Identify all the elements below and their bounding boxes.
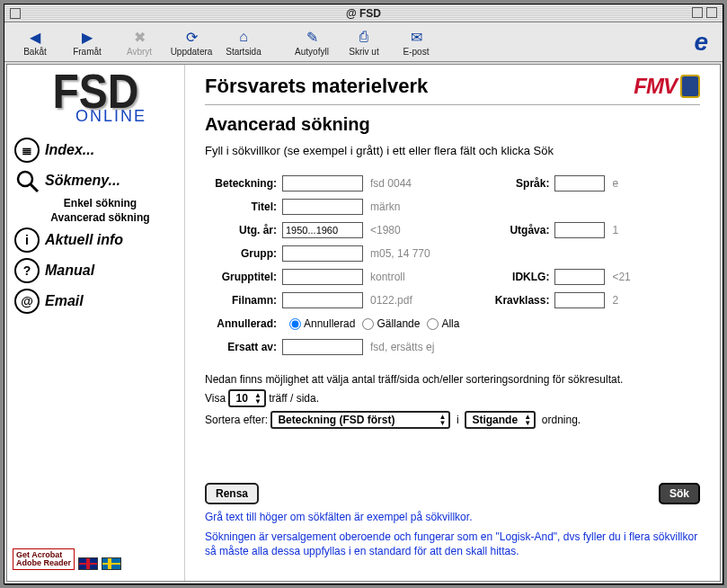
window-title: @ FSD <box>4 7 723 20</box>
input-beteckning[interactable] <box>282 175 363 192</box>
back-button[interactable]: ◀ Bakåt <box>12 27 58 57</box>
back-label: Bakåt <box>23 47 47 57</box>
search-form: Beteckning: fsd 0044 Titel: märkn Utg. å… <box>205 174 700 361</box>
print-button[interactable]: ⎙ Skriv ut <box>341 27 387 57</box>
label-kravklass: Kravklass: <box>486 294 554 307</box>
window-zoom-box[interactable] <box>692 7 703 18</box>
select-arrows-icon: ▲▼ <box>524 414 531 426</box>
refresh-label: Uppdatera <box>171 47 213 57</box>
input-utg-ar[interactable] <box>282 222 363 238</box>
refresh-icon: ⟳ <box>182 27 201 47</box>
logo-fsd: FSD <box>53 70 139 113</box>
select-arrows-icon: ▲▼ <box>254 392 262 405</box>
question-icon: ? <box>14 258 40 283</box>
hint-beteckning: fsd 0044 <box>363 177 412 190</box>
footnote-2: Sökningen är versalgement oberoende och … <box>205 530 700 558</box>
hint-kravklass: 2 <box>605 294 618 307</box>
hint-filnamn: 0122.pdf <box>363 294 412 307</box>
app-window: @ FSD ◀ Bakåt ▶ Framåt ✖ Avbryt ⟳ Uppdat… <box>4 4 723 584</box>
input-grupp[interactable] <box>282 245 363 262</box>
sidebar-footer: Get Acrobat Adobe Reader <box>13 545 179 574</box>
fmv-crest-icon <box>680 75 700 98</box>
sort-suffix: ordning. <box>542 414 581 426</box>
sort-dir-select[interactable]: Stigande ▲▼ <box>465 411 536 429</box>
mail-icon: ✉ <box>406 27 426 47</box>
nav-manual-label: Manual <box>45 263 94 279</box>
sort-field-select[interactable]: Beteckning (FSD först) ▲▼ <box>270 411 450 429</box>
autofill-icon: ✎ <box>302 27 322 47</box>
svg-line-1 <box>31 184 38 192</box>
nav-enkel-sokning[interactable]: Enkel sökning <box>13 196 179 210</box>
rensa-button[interactable]: Rensa <box>205 483 259 504</box>
hint-ersatt: fsd, ersätts ej <box>363 341 434 353</box>
visa-label: Visa <box>205 392 226 405</box>
radio-annullerad[interactable] <box>289 318 301 330</box>
mail-button[interactable]: ✉ E-post <box>393 27 439 57</box>
input-sprak[interactable] <box>554 175 605 192</box>
autofill-label: Autyofyll <box>295 47 329 57</box>
label-idklg: IDKLG: <box>486 271 554 283</box>
nav-index[interactable]: ≣ Index... <box>13 135 179 165</box>
titlebar: @ FSD <box>4 4 723 22</box>
home-label: Startsida <box>226 47 261 57</box>
input-idklg[interactable] <box>554 269 605 285</box>
nav-email[interactable]: @ Email <box>13 286 179 316</box>
flag-se-icon[interactable] <box>102 557 121 570</box>
magnifier-icon <box>14 168 40 193</box>
hint-grupp: m05, 14 770 <box>363 247 430 260</box>
per-page-suffix: träff / sida. <box>269 392 319 405</box>
print-label: Skriv ut <box>349 47 378 57</box>
home-icon: ⌂ <box>234 27 253 47</box>
main-content: Försvarets materielverk FMV Avancerad sö… <box>185 65 720 581</box>
home-button[interactable]: ⌂ Startsida <box>220 27 267 57</box>
radio-annullerad-label: Annullerad <box>304 317 355 330</box>
forward-button[interactable]: ▶ Framåt <box>64 27 111 57</box>
window-close-box[interactable] <box>10 8 21 19</box>
fmv-logo: FMV <box>634 74 700 99</box>
nav-sokmeny[interactable]: Sökmeny... <box>13 165 179 196</box>
toolbar: ◀ Bakåt ▶ Framåt ✖ Avbryt ⟳ Uppdatera ⌂ … <box>4 22 723 62</box>
nav-manual[interactable]: ? Manual <box>13 255 179 286</box>
print-icon: ⎙ <box>354 27 374 47</box>
input-titel[interactable] <box>282 199 363 215</box>
hint-sprak: e <box>605 177 618 190</box>
flag-uk-icon[interactable] <box>78 557 98 570</box>
input-kravklass[interactable] <box>554 292 605 308</box>
svg-point-0 <box>18 172 32 186</box>
input-ersatt[interactable] <box>282 339 363 355</box>
fmv-text: FMV <box>634 74 677 99</box>
window-collapse-box[interactable] <box>706 7 717 18</box>
input-utgava[interactable] <box>554 222 605 238</box>
hint-utg-ar: <1980 <box>363 224 401 236</box>
label-filnamn: Filnamn: <box>205 294 282 307</box>
nav-avancerad-sokning[interactable]: Avancerad sökning <box>13 210 179 225</box>
per-page-select[interactable]: 10 ▲▼ <box>228 389 265 407</box>
radio-alla[interactable] <box>427 318 439 330</box>
site-logo: FSD ONLINE <box>13 72 179 126</box>
list-icon: ≣ <box>14 138 40 163</box>
label-titel: Titel: <box>205 200 282 213</box>
instruction-text: Fyll i sökvillkor (se exempel i grått) i… <box>205 144 700 157</box>
nav-email-label: Email <box>45 293 84 309</box>
refresh-button[interactable]: ⟳ Uppdatera <box>168 27 215 57</box>
nav-index-label: Index... <box>45 142 94 158</box>
label-beteckning: Beteckning: <box>205 177 282 190</box>
input-filnamn[interactable] <box>282 292 363 308</box>
sok-button[interactable]: Sök <box>659 483 700 504</box>
stop-label: Avbryt <box>127 47 152 57</box>
acrobat-badge[interactable]: Get Acrobat Adobe Reader <box>13 548 75 570</box>
hint-titel: märkn <box>363 200 400 213</box>
hint-grupptitel: kontroll <box>363 271 405 283</box>
stop-icon: ✖ <box>129 27 149 47</box>
nav-aktuell-info[interactable]: i Aktuell info <box>13 225 179 255</box>
hint-utgava: 1 <box>605 224 618 236</box>
nav-sokmeny-label: Sökmeny... <box>45 173 120 189</box>
radio-gallande[interactable] <box>362 318 374 330</box>
label-sprak: Språk: <box>486 177 554 190</box>
org-title: Försvarets materielverk <box>205 75 428 98</box>
input-grupptitel[interactable] <box>282 269 363 285</box>
select-arrows-icon: ▲▼ <box>439 414 446 426</box>
hint-idklg: <21 <box>605 271 630 283</box>
info-icon: i <box>14 227 40 253</box>
autofill-button[interactable]: ✎ Autyofyll <box>288 27 335 57</box>
